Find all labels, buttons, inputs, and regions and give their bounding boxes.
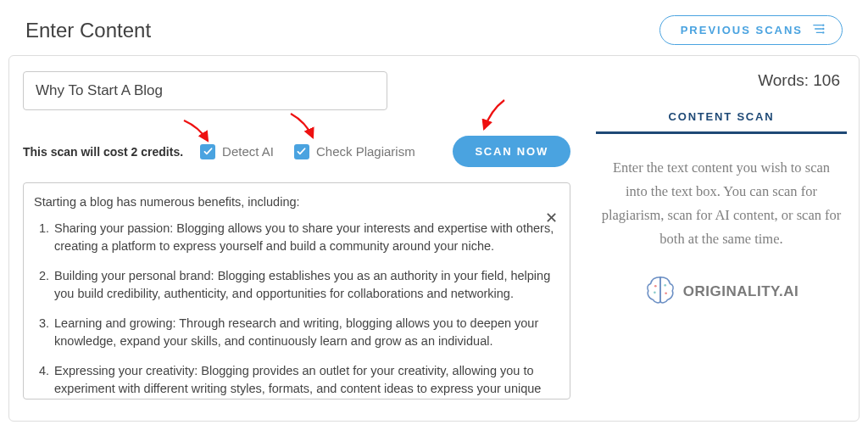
brand-logo: ORIGINALITY.AI: [596, 275, 847, 309]
sidebar-help-text: Enter the text content you wish to scan …: [596, 156, 847, 251]
annotation-arrow-icon: [479, 98, 511, 134]
brain-icon: [644, 275, 676, 309]
close-icon[interactable]: ✕: [545, 207, 558, 229]
previous-scans-button[interactable]: PREVIOUS SCANS: [659, 15, 843, 45]
svg-point-9: [665, 293, 667, 295]
main-container: This scan will cost 2 credits. Detect AI…: [8, 55, 860, 422]
word-count: Words: 106: [596, 71, 847, 90]
scan-now-button[interactable]: SCAN NOW: [453, 136, 570, 167]
checkbox-checked-icon: [294, 144, 309, 159]
check-plagiarism-checkbox[interactable]: Check Plagiarism: [294, 144, 415, 159]
checkbox-checked-icon: [200, 144, 215, 159]
content-list: Sharing your passion: Blogging allows yo…: [34, 220, 559, 400]
page-title: Enter Content: [25, 19, 151, 42]
filter-icon: [813, 23, 825, 37]
svg-point-8: [664, 284, 666, 287]
list-item: Building your personal brand: Blogging e…: [53, 267, 559, 303]
svg-point-5: [823, 32, 824, 33]
word-count-label: Words:: [758, 71, 809, 89]
list-item: Sharing your passion: Blogging allows yo…: [53, 220, 559, 255]
detect-ai-checkbox[interactable]: Detect AI: [200, 144, 274, 159]
cost-label: This scan will cost 2 credits.: [23, 145, 183, 159]
svg-point-1: [823, 25, 824, 25]
list-item: Learning and growing: Through research a…: [53, 315, 559, 350]
title-input[interactable]: [23, 71, 387, 110]
svg-point-7: [654, 292, 656, 294]
list-item: Expressing your creativity: Blogging pro…: [53, 362, 559, 400]
check-plagiarism-label: Check Plagiarism: [316, 144, 415, 159]
sidebar-tabs: CONTENT SCAN: [596, 110, 847, 134]
svg-point-6: [654, 285, 657, 288]
content-textarea[interactable]: ✕ Starting a blog has numerous benefits,…: [23, 182, 570, 400]
brand-logo-text: ORIGINALITY.AI: [683, 283, 798, 300]
content-intro: Starting a blog has numerous benefits, i…: [34, 193, 559, 211]
tab-content-scan[interactable]: CONTENT SCAN: [596, 110, 847, 134]
detect-ai-label: Detect AI: [222, 144, 274, 159]
previous-scans-label: PREVIOUS SCANS: [681, 24, 803, 36]
word-count-value: 106: [813, 71, 840, 89]
svg-point-3: [823, 28, 824, 29]
